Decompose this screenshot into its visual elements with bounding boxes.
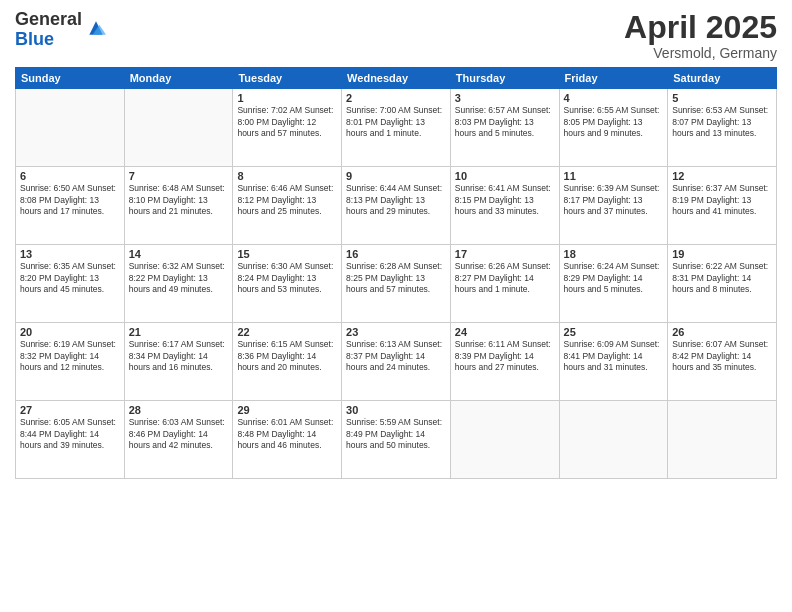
calendar-day-cell: 9Sunrise: 6:44 AM Sunset: 8:13 PM Daylig… bbox=[342, 167, 451, 245]
calendar-day-cell: 8Sunrise: 6:46 AM Sunset: 8:12 PM Daylig… bbox=[233, 167, 342, 245]
day-number: 26 bbox=[672, 326, 772, 338]
calendar-day-cell bbox=[450, 401, 559, 479]
day-info: Sunrise: 6:44 AM Sunset: 8:13 PM Dayligh… bbox=[346, 183, 446, 217]
day-number: 3 bbox=[455, 92, 555, 104]
day-number: 21 bbox=[129, 326, 229, 338]
day-of-week-header: Monday bbox=[124, 68, 233, 89]
calendar-day-cell bbox=[668, 401, 777, 479]
day-info: Sunrise: 6:09 AM Sunset: 8:41 PM Dayligh… bbox=[564, 339, 664, 373]
calendar-day-cell: 26Sunrise: 6:07 AM Sunset: 8:42 PM Dayli… bbox=[668, 323, 777, 401]
title-block: April 2025 Versmold, Germany bbox=[624, 10, 777, 61]
day-info: Sunrise: 6:15 AM Sunset: 8:36 PM Dayligh… bbox=[237, 339, 337, 373]
day-number: 20 bbox=[20, 326, 120, 338]
day-number: 30 bbox=[346, 404, 446, 416]
day-number: 18 bbox=[564, 248, 664, 260]
day-info: Sunrise: 6:07 AM Sunset: 8:42 PM Dayligh… bbox=[672, 339, 772, 373]
calendar-day-cell: 12Sunrise: 6:37 AM Sunset: 8:19 PM Dayli… bbox=[668, 167, 777, 245]
calendar-day-cell: 27Sunrise: 6:05 AM Sunset: 8:44 PM Dayli… bbox=[16, 401, 125, 479]
day-number: 17 bbox=[455, 248, 555, 260]
day-number: 13 bbox=[20, 248, 120, 260]
day-info: Sunrise: 6:39 AM Sunset: 8:17 PM Dayligh… bbox=[564, 183, 664, 217]
day-info: Sunrise: 6:37 AM Sunset: 8:19 PM Dayligh… bbox=[672, 183, 772, 217]
calendar-day-cell: 4Sunrise: 6:55 AM Sunset: 8:05 PM Daylig… bbox=[559, 89, 668, 167]
day-info: Sunrise: 6:53 AM Sunset: 8:07 PM Dayligh… bbox=[672, 105, 772, 139]
day-number: 2 bbox=[346, 92, 446, 104]
day-number: 1 bbox=[237, 92, 337, 104]
day-info: Sunrise: 6:03 AM Sunset: 8:46 PM Dayligh… bbox=[129, 417, 229, 451]
calendar-day-cell: 15Sunrise: 6:30 AM Sunset: 8:24 PM Dayli… bbox=[233, 245, 342, 323]
day-info: Sunrise: 6:01 AM Sunset: 8:48 PM Dayligh… bbox=[237, 417, 337, 451]
calendar-day-cell: 19Sunrise: 6:22 AM Sunset: 8:31 PM Dayli… bbox=[668, 245, 777, 323]
calendar-day-cell: 25Sunrise: 6:09 AM Sunset: 8:41 PM Dayli… bbox=[559, 323, 668, 401]
day-number: 27 bbox=[20, 404, 120, 416]
calendar-table: SundayMondayTuesdayWednesdayThursdayFrid… bbox=[15, 67, 777, 479]
day-info: Sunrise: 6:50 AM Sunset: 8:08 PM Dayligh… bbox=[20, 183, 120, 217]
day-info: Sunrise: 6:19 AM Sunset: 8:32 PM Dayligh… bbox=[20, 339, 120, 373]
day-number: 7 bbox=[129, 170, 229, 182]
calendar-week-row: 13Sunrise: 6:35 AM Sunset: 8:20 PM Dayli… bbox=[16, 245, 777, 323]
day-number: 10 bbox=[455, 170, 555, 182]
calendar-day-cell: 16Sunrise: 6:28 AM Sunset: 8:25 PM Dayli… bbox=[342, 245, 451, 323]
day-info: Sunrise: 6:55 AM Sunset: 8:05 PM Dayligh… bbox=[564, 105, 664, 139]
day-info: Sunrise: 6:26 AM Sunset: 8:27 PM Dayligh… bbox=[455, 261, 555, 295]
logo-blue: Blue bbox=[15, 30, 82, 50]
calendar-week-row: 1Sunrise: 7:02 AM Sunset: 8:00 PM Daylig… bbox=[16, 89, 777, 167]
day-number: 9 bbox=[346, 170, 446, 182]
day-info: Sunrise: 6:05 AM Sunset: 8:44 PM Dayligh… bbox=[20, 417, 120, 451]
day-info: Sunrise: 6:30 AM Sunset: 8:24 PM Dayligh… bbox=[237, 261, 337, 295]
calendar-day-cell: 5Sunrise: 6:53 AM Sunset: 8:07 PM Daylig… bbox=[668, 89, 777, 167]
calendar-day-cell: 13Sunrise: 6:35 AM Sunset: 8:20 PM Dayli… bbox=[16, 245, 125, 323]
day-number: 4 bbox=[564, 92, 664, 104]
day-info: Sunrise: 6:57 AM Sunset: 8:03 PM Dayligh… bbox=[455, 105, 555, 139]
calendar-day-cell: 7Sunrise: 6:48 AM Sunset: 8:10 PM Daylig… bbox=[124, 167, 233, 245]
day-info: Sunrise: 6:17 AM Sunset: 8:34 PM Dayligh… bbox=[129, 339, 229, 373]
calendar-day-cell: 10Sunrise: 6:41 AM Sunset: 8:15 PM Dayli… bbox=[450, 167, 559, 245]
calendar-day-cell: 11Sunrise: 6:39 AM Sunset: 8:17 PM Dayli… bbox=[559, 167, 668, 245]
calendar-day-cell: 14Sunrise: 6:32 AM Sunset: 8:22 PM Dayli… bbox=[124, 245, 233, 323]
calendar-day-cell: 29Sunrise: 6:01 AM Sunset: 8:48 PM Dayli… bbox=[233, 401, 342, 479]
calendar-day-cell bbox=[16, 89, 125, 167]
calendar-week-row: 6Sunrise: 6:50 AM Sunset: 8:08 PM Daylig… bbox=[16, 167, 777, 245]
day-number: 28 bbox=[129, 404, 229, 416]
month-title: April 2025 bbox=[624, 10, 777, 45]
day-info: Sunrise: 6:28 AM Sunset: 8:25 PM Dayligh… bbox=[346, 261, 446, 295]
logo-general: General bbox=[15, 10, 82, 30]
calendar-day-cell: 1Sunrise: 7:02 AM Sunset: 8:00 PM Daylig… bbox=[233, 89, 342, 167]
day-number: 5 bbox=[672, 92, 772, 104]
calendar-day-cell: 22Sunrise: 6:15 AM Sunset: 8:36 PM Dayli… bbox=[233, 323, 342, 401]
calendar-day-cell: 2Sunrise: 7:00 AM Sunset: 8:01 PM Daylig… bbox=[342, 89, 451, 167]
calendar-week-row: 20Sunrise: 6:19 AM Sunset: 8:32 PM Dayli… bbox=[16, 323, 777, 401]
calendar-header-row: SundayMondayTuesdayWednesdayThursdayFrid… bbox=[16, 68, 777, 89]
day-of-week-header: Sunday bbox=[16, 68, 125, 89]
day-info: Sunrise: 6:32 AM Sunset: 8:22 PM Dayligh… bbox=[129, 261, 229, 295]
day-info: Sunrise: 6:13 AM Sunset: 8:37 PM Dayligh… bbox=[346, 339, 446, 373]
day-of-week-header: Wednesday bbox=[342, 68, 451, 89]
day-info: Sunrise: 6:41 AM Sunset: 8:15 PM Dayligh… bbox=[455, 183, 555, 217]
day-number: 14 bbox=[129, 248, 229, 260]
day-number: 12 bbox=[672, 170, 772, 182]
day-info: Sunrise: 6:35 AM Sunset: 8:20 PM Dayligh… bbox=[20, 261, 120, 295]
day-info: Sunrise: 6:48 AM Sunset: 8:10 PM Dayligh… bbox=[129, 183, 229, 217]
day-of-week-header: Saturday bbox=[668, 68, 777, 89]
day-info: Sunrise: 6:46 AM Sunset: 8:12 PM Dayligh… bbox=[237, 183, 337, 217]
day-info: Sunrise: 5:59 AM Sunset: 8:49 PM Dayligh… bbox=[346, 417, 446, 451]
day-number: 19 bbox=[672, 248, 772, 260]
day-number: 23 bbox=[346, 326, 446, 338]
day-info: Sunrise: 6:22 AM Sunset: 8:31 PM Dayligh… bbox=[672, 261, 772, 295]
calendar-week-row: 27Sunrise: 6:05 AM Sunset: 8:44 PM Dayli… bbox=[16, 401, 777, 479]
calendar-day-cell: 18Sunrise: 6:24 AM Sunset: 8:29 PM Dayli… bbox=[559, 245, 668, 323]
calendar-day-cell: 6Sunrise: 6:50 AM Sunset: 8:08 PM Daylig… bbox=[16, 167, 125, 245]
day-number: 11 bbox=[564, 170, 664, 182]
day-info: Sunrise: 6:11 AM Sunset: 8:39 PM Dayligh… bbox=[455, 339, 555, 373]
calendar-day-cell: 24Sunrise: 6:11 AM Sunset: 8:39 PM Dayli… bbox=[450, 323, 559, 401]
calendar-day-cell: 21Sunrise: 6:17 AM Sunset: 8:34 PM Dayli… bbox=[124, 323, 233, 401]
day-of-week-header: Friday bbox=[559, 68, 668, 89]
location-subtitle: Versmold, Germany bbox=[624, 45, 777, 61]
calendar-day-cell: 3Sunrise: 6:57 AM Sunset: 8:03 PM Daylig… bbox=[450, 89, 559, 167]
calendar-day-cell: 28Sunrise: 6:03 AM Sunset: 8:46 PM Dayli… bbox=[124, 401, 233, 479]
calendar-day-cell bbox=[559, 401, 668, 479]
day-number: 22 bbox=[237, 326, 337, 338]
day-of-week-header: Thursday bbox=[450, 68, 559, 89]
day-info: Sunrise: 7:00 AM Sunset: 8:01 PM Dayligh… bbox=[346, 105, 446, 139]
day-number: 16 bbox=[346, 248, 446, 260]
